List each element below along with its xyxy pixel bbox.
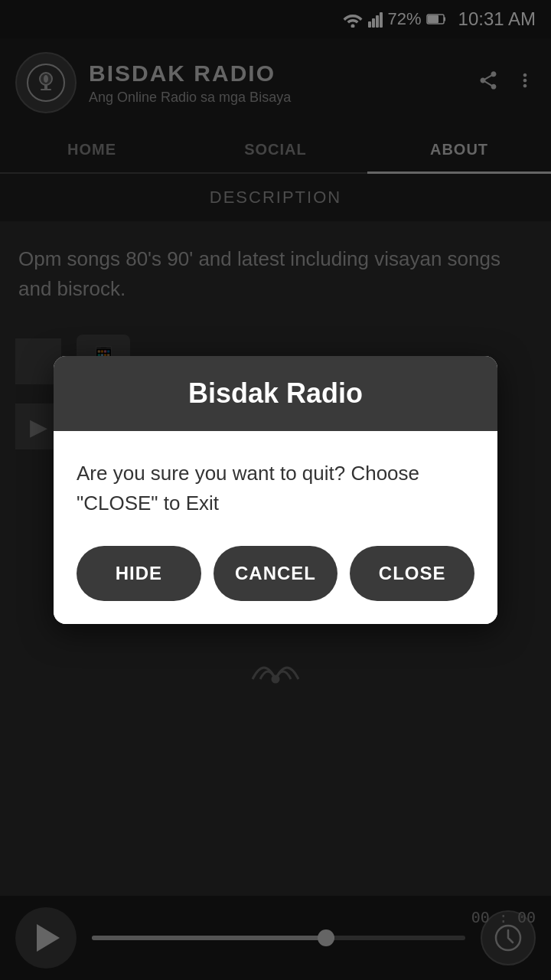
dialog-buttons: HIDE CANCEL CLOSE — [77, 546, 474, 601]
dialog-title: Bisdak Radio — [77, 377, 474, 410]
dialog-body: Are you sure you want to quit? Choose "C… — [54, 431, 497, 624]
cancel-button[interactable]: CANCEL — [214, 546, 338, 601]
dialog-title-bar: Bisdak Radio — [54, 356, 497, 431]
quit-dialog: Bisdak Radio Are you sure you want to qu… — [54, 356, 497, 624]
dialog-message: Are you sure you want to quit? Choose "C… — [77, 459, 474, 518]
close-button[interactable]: CLOSE — [350, 546, 474, 601]
dialog-wrapper: Bisdak Radio Are you sure you want to qu… — [0, 0, 551, 980]
hide-button[interactable]: HIDE — [77, 546, 201, 601]
